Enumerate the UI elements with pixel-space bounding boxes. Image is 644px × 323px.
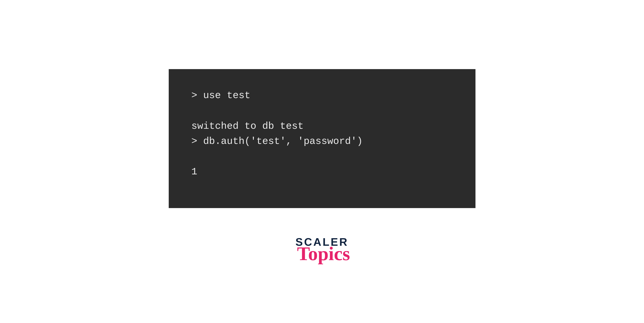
- brand-logo: SCALER Topics: [296, 236, 348, 262]
- terminal-panel: > use test switched to db test > db.auth…: [169, 69, 476, 208]
- terminal-output: > use test switched to db test > db.auth…: [192, 88, 453, 180]
- logo-text-topics: Topics: [297, 246, 350, 262]
